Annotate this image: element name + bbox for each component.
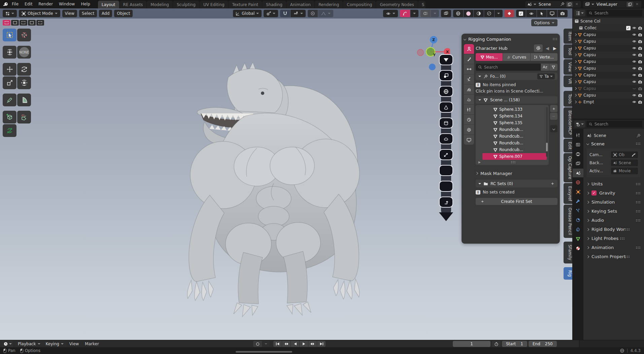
category-curves-button[interactable]: [464, 95, 474, 104]
tab-scripting[interactable]: S: [418, 1, 426, 8]
filter-checkbox-toggle[interactable]: ✓: [516, 10, 526, 17]
proportional-edit-toggle[interactable]: [308, 10, 318, 17]
tool-add-cube[interactable]: [3, 111, 16, 123]
tool-transform[interactable]: [3, 46, 16, 59]
tab-render[interactable]: [573, 140, 583, 149]
panel-light-probes[interactable]: Light Probes: [587, 234, 641, 243]
camera-icon[interactable]: [638, 66, 642, 71]
camera-field[interactable]: Ob: [611, 151, 638, 158]
create-first-set-button[interactable]: ＋ Create First Set: [476, 198, 557, 205]
expand-icon[interactable]: ▶: [478, 161, 481, 164]
outliner-row[interactable]: Capsu: [573, 78, 644, 85]
eye-icon[interactable]: [632, 39, 637, 43]
sidebar-tab-grease-pencil[interactable]: Grease Pencil: [564, 205, 572, 238]
end-frame-field[interactable]: End 250: [529, 341, 557, 347]
play-reverse-button[interactable]: [291, 341, 299, 347]
tab-vertex[interactable]: Verte...: [531, 53, 557, 61]
tool-select-box[interactable]: [3, 29, 16, 41]
timeline-scrollbar[interactable]: [236, 351, 292, 353]
snap-target-button[interactable]: [291, 10, 306, 17]
eyedropper-icon[interactable]: [632, 153, 636, 157]
tab-geometry-nodes[interactable]: Geometry Nodes: [376, 1, 417, 8]
category-settings-button[interactable]: [464, 125, 474, 135]
scene-panel-header[interactable]: Scene: [587, 140, 641, 148]
editor-type-button[interactable]: [3, 10, 17, 17]
tool-move[interactable]: [3, 63, 16, 76]
sidebar-tab-edit[interactable]: Edit: [564, 139, 572, 152]
float-scale-button[interactable]: [439, 149, 453, 160]
chevron-right-icon[interactable]: [574, 87, 577, 90]
prev-keyframe-button[interactable]: [282, 341, 291, 347]
menu-object[interactable]: Object: [114, 10, 133, 17]
tab-output[interactable]: [573, 150, 583, 158]
shading-material-button[interactable]: [474, 10, 484, 17]
overlays-dropdown[interactable]: [431, 10, 439, 17]
list-item[interactable]: Roundcub...: [476, 140, 548, 146]
sidebar-tab-easyref[interactable]: Easyref: [564, 183, 572, 204]
next-keyframe-button[interactable]: [308, 341, 317, 347]
tool-transform-all[interactable]: [17, 76, 31, 89]
show-gizmo-toggle[interactable]: [400, 10, 410, 17]
sort-button[interactable]: Az: [541, 64, 549, 71]
outliner-row[interactable]: Capsu: [573, 65, 644, 72]
camera-icon[interactable]: [638, 46, 642, 50]
chevron-right-icon[interactable]: [574, 60, 577, 63]
eye-icon[interactable]: [632, 80, 637, 84]
viewlayer-selector[interactable]: ViewLayer ✕: [583, 1, 641, 8]
panel-audio[interactable]: Audio: [587, 216, 641, 225]
drag-handle[interactable]: [636, 246, 641, 249]
outliner-row[interactable]: Capsu: [573, 31, 644, 38]
properties-editor-type-button[interactable]: [574, 121, 585, 128]
camera-icon[interactable]: [638, 86, 642, 91]
sidebar-tab-tools[interactable]: Tools: [564, 91, 572, 107]
auto-keying-button[interactable]: [253, 341, 262, 347]
menu-window[interactable]: Window: [56, 0, 78, 8]
tab-shading[interactable]: Shading: [262, 1, 286, 8]
sidebar-tab-vr[interactable]: VR: [564, 75, 572, 87]
target-filter-button[interactable]: Ta: [537, 73, 555, 79]
eye-icon[interactable]: [632, 53, 637, 57]
sidebar-tab-blendermcp[interactable]: BlenderMCP: [564, 107, 572, 138]
list-item[interactable]: Sphere.133: [476, 106, 548, 113]
rc-sets-header[interactable]: RC Sets (0) ＋: [476, 180, 557, 187]
tool-rotate[interactable]: [17, 63, 31, 76]
list-item[interactable]: Roundcub...: [476, 146, 548, 153]
viewport-3d[interactable]: Object Mode View Select Add Object Globa…: [0, 8, 572, 340]
sidebar-tab-view[interactable]: View: [564, 59, 572, 75]
pin-icon[interactable]: [560, 2, 565, 6]
use-preview-range-toggle[interactable]: [492, 341, 501, 347]
shading-solid-button[interactable]: [464, 10, 473, 17]
camera-icon[interactable]: [638, 26, 642, 30]
menu-view[interactable]: View: [62, 10, 77, 17]
scene-selector[interactable]: Scene ✕: [525, 1, 581, 8]
eye-icon[interactable]: [632, 73, 637, 77]
visibility-dropdown[interactable]: [383, 10, 398, 17]
camera-icon[interactable]: [638, 33, 642, 37]
shading-rendered-button[interactable]: [484, 10, 494, 17]
rig-search-input[interactable]: [484, 65, 538, 70]
outliner-row[interactable]: Empt: [573, 99, 644, 105]
drag-handle[interactable]: [625, 255, 630, 258]
background-field[interactable]: Scene: [611, 160, 638, 166]
camera-icon[interactable]: [638, 39, 642, 44]
list-item[interactable]: Roundcub...: [476, 133, 548, 140]
menu-keying[interactable]: Keying: [43, 341, 66, 347]
remove-viewlayer-icon[interactable]: ✕: [635, 2, 639, 6]
drag-handle[interactable]: [636, 219, 641, 222]
list-item[interactable]: Roundcub...: [476, 126, 548, 133]
tab-compositing[interactable]: Compositing: [343, 1, 376, 8]
outliner-row[interactable]: Capsu: [573, 72, 644, 78]
menu-timeline-view[interactable]: View: [66, 340, 82, 348]
chevron-right-icon[interactable]: [574, 33, 577, 36]
snap-toggle[interactable]: [280, 10, 290, 17]
panel-gravity[interactable]: ✓Gravity: [587, 188, 641, 198]
tool-none[interactable]: NONE: [17, 46, 31, 59]
chevron-right-icon[interactable]: [574, 94, 577, 97]
pinned-group-header[interactable]: Fo... (0) Ta: [476, 73, 557, 80]
scene-name[interactable]: Scene: [538, 2, 558, 7]
chevron-right-icon[interactable]: [574, 40, 577, 43]
panel-animation[interactable]: Animation: [587, 243, 641, 252]
tab-particles[interactable]: [573, 206, 583, 215]
rig-search[interactable]: [476, 64, 541, 71]
panel-keying-sets[interactable]: Keying Sets: [587, 207, 641, 216]
